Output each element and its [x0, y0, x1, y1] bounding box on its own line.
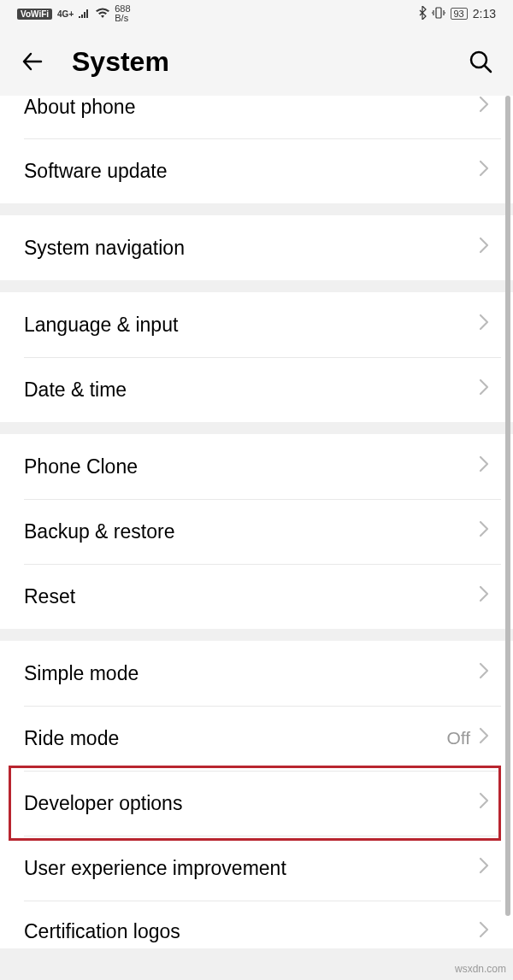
row-label: System navigation [24, 237, 185, 260]
chevron-right-icon [479, 585, 489, 607]
row-right [479, 792, 489, 814]
chevron-right-icon [479, 921, 489, 943]
row-label: Certification logos [24, 920, 180, 943]
signal-icon [79, 7, 91, 21]
bluetooth-icon [418, 6, 427, 22]
chevron-right-icon [479, 727, 489, 749]
row-value: Off [446, 728, 470, 748]
battery-indicator: 93 [451, 8, 468, 20]
row-label: Simple mode [24, 662, 139, 685]
back-arrow-icon [19, 48, 46, 75]
row-phone-clone[interactable]: Phone Clone [0, 434, 513, 499]
settings-section: Simple modeRide modeOffDeveloper options… [0, 641, 513, 948]
row-backup-restore[interactable]: Backup & restore [0, 499, 513, 564]
row-right [479, 237, 489, 259]
row-right [479, 455, 489, 478]
row-system-navigation[interactable]: System navigation [0, 215, 513, 280]
row-right [479, 662, 489, 684]
row-label: Phone Clone [24, 455, 138, 478]
back-button[interactable] [17, 46, 48, 77]
vibrate-icon [432, 7, 445, 21]
chevron-right-icon [479, 792, 489, 814]
row-right [479, 314, 489, 336]
row-label: Ride mode [24, 727, 119, 750]
row-label: Date & time [24, 379, 127, 402]
row-right [479, 585, 489, 607]
row-right [479, 857, 489, 879]
row-label: Software update [24, 160, 168, 183]
chevron-right-icon [479, 455, 489, 478]
row-about-phone[interactable]: About phone [0, 96, 513, 138]
chevron-right-icon [479, 314, 489, 336]
page-title: System [72, 46, 441, 78]
settings-section: Phone CloneBackup & restoreReset [0, 434, 513, 629]
row-user-experience-improvement[interactable]: User experience improvement [0, 836, 513, 901]
settings-section: Language & inputDate & time [0, 292, 513, 422]
status-right: 93 2:13 [418, 6, 497, 22]
time-indicator: 2:13 [473, 7, 496, 21]
chevron-right-icon [479, 237, 489, 259]
chevron-right-icon [479, 520, 489, 543]
search-icon [467, 48, 494, 75]
row-right [479, 160, 489, 182]
search-button[interactable] [465, 46, 496, 77]
row-language-input[interactable]: Language & input [0, 292, 513, 357]
chevron-right-icon [479, 857, 489, 879]
row-label: Reset [24, 585, 75, 608]
speed-indicator: 688B/s [115, 4, 130, 23]
settings-section: About phoneSoftware update [0, 96, 513, 203]
status-left: VoWiFi 4G+ 688B/s [17, 4, 131, 23]
chevron-right-icon [479, 379, 489, 401]
content: About phoneSoftware updateSystem navigat… [0, 96, 513, 948]
row-right: Off [446, 727, 489, 749]
settings-section: System navigation [0, 215, 513, 280]
row-right [479, 96, 489, 118]
row-simple-mode[interactable]: Simple mode [0, 641, 513, 706]
row-software-update[interactable]: Software update [0, 138, 513, 203]
wifi-icon [96, 7, 109, 21]
row-label: User experience improvement [24, 857, 286, 880]
status-bar: VoWiFi 4G+ 688B/s 93 2:13 [0, 0, 513, 27]
row-date-time[interactable]: Date & time [0, 357, 513, 422]
svg-rect-0 [436, 8, 441, 18]
row-label: Language & input [24, 314, 178, 337]
row-label: About phone [24, 96, 135, 119]
chevron-right-icon [479, 160, 489, 182]
row-right [479, 379, 489, 401]
row-developer-options[interactable]: Developer options [0, 771, 513, 836]
header: System [0, 27, 513, 96]
row-certification-logos[interactable]: Certification logos [0, 901, 513, 948]
row-right [479, 520, 489, 543]
row-right [479, 921, 489, 943]
row-ride-mode[interactable]: Ride modeOff [0, 706, 513, 771]
row-label: Backup & restore [24, 520, 174, 543]
watermark: wsxdn.com [455, 963, 506, 975]
vowifi-badge: VoWiFi [17, 9, 52, 20]
chevron-right-icon [479, 96, 489, 118]
row-label: Developer options [24, 792, 182, 815]
network-type: 4G+ [57, 9, 74, 19]
chevron-right-icon [479, 662, 489, 684]
row-reset[interactable]: Reset [0, 564, 513, 629]
